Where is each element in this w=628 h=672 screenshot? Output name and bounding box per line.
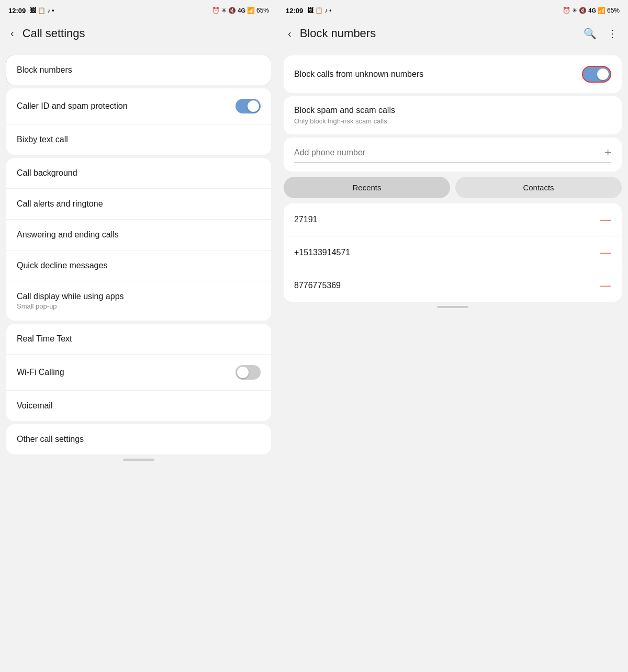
music-icon-r: ♪ [324, 7, 328, 14]
caller-id-row[interactable]: Caller ID and spam protection [6, 88, 271, 124]
caller-id-text: Caller ID and spam protection [17, 101, 128, 111]
scroll-indicator-left [123, 459, 154, 461]
voicemail-row[interactable]: Voicemail [6, 391, 271, 421]
page-header-right: ‹ Block numbers 🔍 ⋮ [277, 19, 628, 48]
call-display-row[interactable]: Call display while using apps Small pop-… [6, 281, 271, 321]
bluetooth-icon-r: ✳ [572, 7, 577, 14]
block-spam-sub: Only block high-risk scam calls [294, 117, 611, 125]
call-background-card: Call background Call alerts and ringtone… [6, 158, 271, 321]
recents-tab[interactable]: Recents [284, 177, 450, 198]
dot-icon: • [52, 7, 54, 14]
blocked-number-2: +15133914571 [294, 248, 350, 257]
other-settings-card: Other call settings [6, 424, 271, 454]
lte-icon: 4G [238, 7, 245, 14]
alarm-icon-r: ⏰ [563, 7, 570, 14]
blocked-numbers-list: 27191 — +15133914571 — 8776775369 — [284, 203, 622, 302]
search-icon[interactable]: 🔍 [581, 25, 599, 42]
screenshot-icon: 📋 [38, 7, 46, 14]
add-phone-row: + [294, 146, 611, 163]
block-spam-section[interactable]: Block spam and scam calls Only block hig… [284, 96, 622, 134]
screenshot-icon-r: 📋 [315, 7, 323, 14]
time-right: 12:09 [286, 7, 303, 15]
battery-text-right: 65% [607, 7, 620, 14]
wifi-calling-toggle[interactable] [236, 365, 261, 380]
page-title-left: Call settings [23, 27, 269, 40]
call-display-text: Call display while using apps Small pop-… [17, 292, 124, 310]
blocked-number-3: 8776775369 [294, 281, 341, 290]
status-right-left: ⏰ ✳ 🔇 4G 📶 65% [212, 7, 269, 14]
toggle-thumb-wifi [237, 367, 249, 378]
bixby-label: Bixby text call [17, 135, 68, 144]
status-time-left: 12:09 🖼 📋 ♪ • [8, 7, 54, 15]
mute-icon: 🔇 [228, 7, 236, 14]
rtt-label: Real Time Text [17, 334, 72, 344]
tab-buttons: Recents Contacts [284, 177, 622, 198]
call-background-row[interactable]: Call background [6, 158, 271, 189]
rtt-row[interactable]: Real Time Text [6, 324, 271, 355]
block-numbers-label: Block numbers [17, 65, 72, 75]
wifi-calling-row[interactable]: Wi-Fi Calling [6, 355, 271, 391]
call-background-label: Call background [17, 168, 77, 178]
caller-bixby-card: Caller ID and spam protection Bixby text… [6, 88, 271, 155]
block-spam-title: Block spam and scam calls [294, 106, 611, 115]
call-alerts-row[interactable]: Call alerts and ringtone [6, 189, 271, 220]
blocked-item-1[interactable]: 27191 — [284, 203, 622, 236]
contacts-tab[interactable]: Contacts [455, 177, 622, 198]
bluetooth-icon: ✳ [221, 7, 227, 14]
caller-id-toggle[interactable] [236, 99, 261, 113]
block-numbers-content: Block calls from unknown numbers Block s… [277, 48, 628, 672]
scroll-indicator-right [437, 306, 468, 308]
rtt-wifi-card: Real Time Text Wi-Fi Calling Voicemail [6, 324, 271, 421]
gallery-icon-r: 🖼 [307, 7, 313, 14]
signal-icon-r: 📶 [598, 7, 605, 14]
page-title-right: Block numbers [300, 27, 575, 40]
quick-decline-row[interactable]: Quick decline messages [6, 250, 271, 281]
call-alerts-label: Call alerts and ringtone [17, 199, 103, 209]
blocked-item-2[interactable]: +15133914571 — [284, 236, 622, 269]
caller-id-label: Caller ID and spam protection [17, 101, 128, 111]
bixby-row[interactable]: Bixby text call [6, 124, 271, 155]
status-icons-right: 🖼 📋 ♪ • [307, 7, 331, 14]
gallery-icon: 🖼 [30, 7, 36, 14]
block-unknown-toggle[interactable] [582, 66, 611, 83]
add-phone-input[interactable] [294, 148, 604, 157]
remove-button-1[interactable]: — [600, 214, 611, 225]
back-button-left[interactable]: ‹ [8, 25, 16, 41]
left-phone-panel: 12:09 🖼 📋 ♪ • ⏰ ✳ 🔇 4G 📶 65% ‹ Call sett… [0, 0, 277, 672]
quick-decline-label: Quick decline messages [17, 261, 107, 270]
other-settings-label: Other call settings [17, 435, 84, 444]
signal-icon: 📶 [247, 7, 255, 14]
remove-button-2[interactable]: — [600, 247, 611, 258]
dot-icon-r: • [329, 7, 331, 14]
status-icons-left: 🖼 📋 ♪ • [30, 7, 54, 14]
page-header-left: ‹ Call settings [0, 19, 277, 48]
back-button-right[interactable]: ‹ [286, 26, 294, 42]
voicemail-label: Voicemail [17, 401, 52, 411]
toggle-big-thumb [597, 69, 609, 80]
music-icon: ♪ [47, 7, 50, 14]
status-bar-left: 12:09 🖼 📋 ♪ • ⏰ ✳ 🔇 4G 📶 65% [0, 0, 277, 19]
block-numbers-row[interactable]: Block numbers [6, 55, 271, 85]
more-icon[interactable]: ⋮ [605, 25, 620, 42]
add-phone-icon[interactable]: + [604, 146, 611, 160]
wifi-calling-label: Wi-Fi Calling [17, 368, 64, 377]
other-settings-row[interactable]: Other call settings [6, 424, 271, 454]
block-unknown-label: Block calls from unknown numbers [294, 70, 423, 79]
call-display-sub: Small pop-up [17, 302, 124, 310]
alarm-icon: ⏰ [212, 7, 220, 14]
header-icons-right: 🔍 ⋮ [581, 25, 620, 42]
block-numbers-card: Block numbers [6, 55, 271, 85]
battery-text-left: 65% [256, 7, 269, 14]
lte-icon-r: 4G [588, 7, 596, 14]
answering-row[interactable]: Answering and ending calls [6, 220, 271, 250]
answering-label: Answering and ending calls [17, 230, 119, 240]
blocked-item-3[interactable]: 8776775369 — [284, 269, 622, 302]
remove-button-3[interactable]: — [600, 280, 611, 291]
status-bar-right: 12:09 🖼 📋 ♪ • ⏰ ✳ 🔇 4G 📶 65% [277, 0, 628, 19]
time-left: 12:09 [8, 7, 26, 15]
blocked-number-1: 27191 [294, 215, 318, 224]
toggle-thumb [248, 100, 259, 112]
add-phone-section: + [284, 138, 622, 172]
status-right-right: ⏰ ✳ 🔇 4G 📶 65% [563, 7, 620, 14]
right-phone-panel: 12:09 🖼 📋 ♪ • ⏰ ✳ 🔇 4G 📶 65% ‹ Block num… [277, 0, 628, 672]
